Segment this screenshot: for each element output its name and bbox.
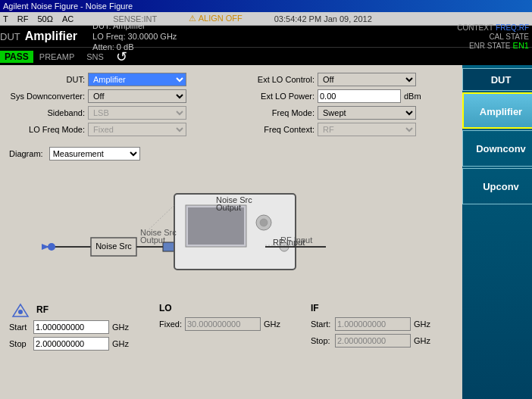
svg-point-13: [260, 219, 268, 226]
title-text: Agilent Noise Figure - Noise Figure: [3, 2, 133, 11]
info-right-block: CONTEXT FREQ:RF CAL STATE ENR STATE EN1: [457, 23, 532, 50]
lo-section: LO Fixed: GHz: [159, 303, 280, 351]
freq-mode-select[interactable]: Swept Fixed: [318, 106, 416, 120]
lo-freq-mode-label: LO Freq Mode:: [9, 125, 85, 134]
if-stop-row: Stop: GHz: [311, 333, 430, 348]
if-stop-label: Stop:: [311, 336, 332, 345]
cal-line: CAL STATE: [457, 32, 529, 41]
rf-title: RF: [36, 304, 49, 315]
enr-value: EN1: [513, 41, 529, 50]
menu-item-rf[interactable]: RF: [17, 14, 29, 23]
rf-section: RF Start GHz Stop GHz: [9, 303, 129, 351]
if-stop-unit: GHz: [414, 336, 430, 345]
content-area: DUT: Amplifier Downconverter Upconverter…: [0, 65, 462, 399]
form-right-col: Ext LO Control: Off On Ext LO Power: dBm…: [239, 71, 453, 138]
freq-mode-row: Freq Mode: Swept Fixed: [239, 104, 453, 121]
if-start-input: [335, 317, 411, 331]
if-section: IF Start: GHz Stop: GHz: [311, 303, 430, 351]
if-title: IF: [311, 303, 430, 313]
enr-label: ENR STATE: [469, 42, 511, 50]
datetime: 03:54:42 PM Jan 09, 2012: [274, 14, 372, 23]
sys-down-row: Sys Downconverter: Off On: [9, 88, 224, 104]
top-row1: DUT Amplifier DUT: Amplifier LO Freq: 30…: [0, 26, 532, 47]
pass-badge: PASS: [0, 51, 33, 63]
top-row2: PASS PREAMP SNS ↺: [0, 47, 532, 65]
refresh-icon[interactable]: ↺: [116, 48, 127, 65]
right-btn-downconv[interactable]: Downconv: [462, 130, 532, 167]
diagram-container: Noise Src: [0, 164, 462, 300]
ext-lo-control-label: Ext LO Control:: [239, 75, 315, 84]
ext-lo-power-label: Ext LO Power:: [239, 92, 315, 101]
svg-text:Output: Output: [140, 235, 165, 245]
ext-lo-control-select[interactable]: Off On: [318, 73, 416, 86]
form-left-col: DUT: Amplifier Downconverter Upconverter…: [9, 71, 224, 138]
dut-value: Amplifier: [25, 30, 77, 43]
svg-text:RF Input: RF Input: [280, 235, 312, 245]
diagram-area: Diagram: Measurement Calibration: [0, 144, 462, 164]
ext-lo-power-unit: dBm: [404, 92, 421, 101]
dut-info-block: DUT: Amplifier LO Freq: 30.0000 GHz Atte…: [92, 20, 177, 53]
diagram-svg: Noise Src: [23, 164, 462, 300]
enr-line: ENR STATE EN1: [457, 41, 529, 50]
svg-point-29: [18, 310, 23, 314]
diagram-label: Diagram:: [9, 149, 43, 158]
cal-label: CAL STATE: [489, 33, 529, 41]
freq-context-label: Freq Context:: [239, 125, 315, 134]
ext-lo-control-row: Ext LO Control: Off On: [239, 71, 453, 88]
if-start-row: Start: GHz: [311, 316, 430, 332]
menu-item-ohm[interactable]: 50Ω: [37, 14, 52, 23]
lo-title: LO: [159, 303, 280, 313]
rf-stop-row: Stop GHz: [9, 336, 129, 351]
menu-item-ac[interactable]: AC: [62, 14, 74, 23]
lo-fixed-label: Fixed:: [159, 320, 182, 329]
svg-rect-11: [188, 207, 244, 245]
svg-text:Output: Output: [216, 203, 241, 212]
dut-label: DUT: [0, 31, 20, 42]
rf-stop-label: Stop: [9, 339, 30, 348]
lo-fixed-unit: GHz: [264, 320, 280, 329]
main-container: DUT: Amplifier Downconverter Upconverter…: [0, 65, 532, 399]
rf-start-label: Start: [9, 323, 30, 332]
sideband-select: LSB: [88, 106, 186, 120]
freq-mode-label: Freq Mode:: [239, 108, 315, 117]
form-area: DUT: Amplifier Downconverter Upconverter…: [0, 65, 462, 144]
dut-row: DUT: Amplifier Downconverter Upconverter: [9, 71, 224, 88]
if-stop-input: [335, 334, 411, 348]
lo-fixed-input: [185, 317, 261, 331]
preamp-label: PREAMP: [39, 52, 74, 61]
rf-start-input[interactable]: [33, 320, 109, 334]
right-dut-label: DUT: [462, 68, 532, 91]
svg-text:Noise Src: Noise Src: [95, 242, 132, 251]
lo-fixed-row: Fixed: GHz: [159, 316, 280, 332]
context-label: CONTEXT: [457, 23, 493, 32]
rf-stop-input[interactable]: [33, 337, 109, 351]
rf-icon: [9, 303, 32, 318]
freq-context-row: Freq Context: RF: [239, 121, 453, 138]
lo-freq: LO Freq: 30.0000 GHz: [92, 31, 177, 42]
rf-stop-unit: GHz: [112, 339, 129, 348]
sns-label: SNS: [86, 52, 104, 61]
lo-freq-mode-select: Fixed: [88, 123, 186, 136]
right-btn-upconv[interactable]: Upconv: [462, 168, 532, 204]
align-off: ⚠ ALIGN OFF: [189, 14, 243, 23]
sideband-row: Sideband: LSB: [9, 104, 224, 121]
diagram-select[interactable]: Measurement Calibration: [49, 147, 140, 161]
rf-start-row: Start GHz: [9, 320, 129, 335]
ext-lo-power-input[interactable]: [318, 89, 401, 103]
sys-down-select[interactable]: Off On: [88, 89, 186, 103]
lo-freq-mode-row: LO Freq Mode: Fixed: [9, 121, 224, 138]
right-btn-amplifier[interactable]: Amplifier: [462, 92, 532, 129]
dut-select[interactable]: Amplifier Downconverter Upconverter: [88, 73, 186, 86]
menu-bar: T RF 50Ω AC SENSE:INT ⚠ ALIGN OFF 03:54:…: [0, 12, 532, 26]
freq-context-select: RF: [318, 123, 416, 136]
menu-item-t[interactable]: T: [3, 14, 8, 23]
dut-field-label: DUT:: [9, 75, 85, 84]
context-line: CONTEXT FREQ:RF: [457, 23, 529, 32]
top-combined: DUT Amplifier DUT: Amplifier LO Freq: 30…: [0, 26, 532, 65]
context-value: FREQ:RF: [496, 23, 529, 32]
ext-lo-power-row: Ext LO Power: dBm: [239, 88, 453, 104]
freq-area: RF Start GHz Stop GHz LO Fixed:: [0, 300, 462, 354]
if-start-unit: GHz: [414, 320, 430, 329]
dut-info: DUT: Amplifier: [92, 20, 177, 31]
svg-point-27: [48, 243, 55, 251]
